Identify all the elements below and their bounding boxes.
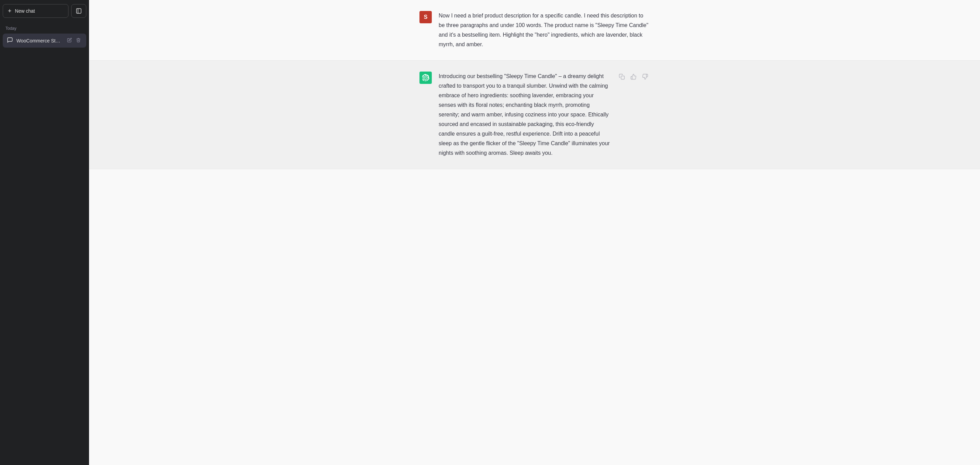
chat-bubble-icon <box>7 37 13 44</box>
chat-item-actions <box>66 37 82 44</box>
message-actions <box>617 72 649 81</box>
user-avatar-letter: S <box>424 14 428 20</box>
delete-chat-button[interactable] <box>75 37 82 44</box>
chat-history-item-woocommerce[interactable]: WooCommerce Store <box>3 33 86 48</box>
gpt-avatar <box>420 72 432 84</box>
assistant-message-inner: Introducing our bestselling "Sleepy Time… <box>411 72 658 158</box>
new-chat-button[interactable]: + New chat <box>3 4 68 18</box>
new-chat-label: New chat <box>15 8 35 14</box>
today-label: Today <box>3 25 86 33</box>
svg-rect-2 <box>621 76 625 80</box>
sidebar-toggle-button[interactable] <box>71 4 86 18</box>
sidebar: + New chat Today WooCommerce Store <box>0 0 89 465</box>
sidebar-top: + New chat <box>3 3 86 19</box>
assistant-message-text: Introducing our bestselling "Sleepy Time… <box>439 72 611 158</box>
message-container: S Now I need a brief product description… <box>89 0 980 169</box>
user-message-block: S Now I need a brief product description… <box>89 0 980 61</box>
plus-icon: + <box>8 8 12 14</box>
chat-title: WooCommerce Store <box>16 38 62 43</box>
user-message-text: Now I need a brief product description f… <box>439 11 649 49</box>
user-message-inner: S Now I need a brief product description… <box>411 11 658 49</box>
layout-icon <box>76 8 82 14</box>
main-content: S Now I need a brief product description… <box>89 0 980 465</box>
copy-button[interactable] <box>617 72 626 81</box>
svg-rect-0 <box>76 8 81 13</box>
edit-chat-button[interactable] <box>66 37 73 44</box>
assistant-message-block: Introducing our bestselling "Sleepy Time… <box>89 61 980 169</box>
gpt-logo-icon <box>422 74 430 81</box>
thumbs-up-button[interactable] <box>629 72 638 81</box>
user-avatar: S <box>420 11 432 23</box>
thumbs-down-button[interactable] <box>641 72 649 81</box>
